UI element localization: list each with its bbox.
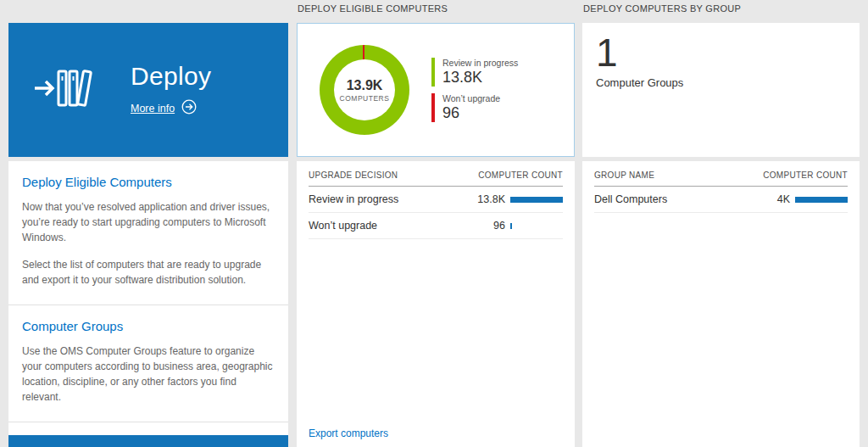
- legend-value: 13.8K: [442, 69, 518, 87]
- donut-center-value: 13.9K: [347, 78, 383, 93]
- column-header-computer-count: COMPUTER COUNT: [478, 170, 563, 180]
- deploy-solution-tile[interactable]: Deploy More info: [8, 23, 288, 157]
- computer-groups-count: 1: [596, 31, 846, 75]
- count-bar-track: [510, 197, 563, 203]
- legend-item-review-in-progress: Review in progress 13.8K: [431, 58, 518, 87]
- table-header: UPGRADE DECISION COMPUTER COUNT: [309, 161, 563, 187]
- legend-label: Review in progress: [442, 58, 518, 68]
- eligible-computers-donut-tile[interactable]: 13.9K COMPUTERS Review in progress 13.8K…: [297, 23, 575, 157]
- count-bar-track: [795, 197, 848, 203]
- more-info-link[interactable]: More info: [131, 103, 175, 115]
- deploy-eligible-computers-column: DEPLOY ELIGIBLE COMPUTERS 13.9K COMPUTER…: [297, 0, 575, 447]
- computer-groups-count-label: Computer Groups: [596, 76, 846, 89]
- upgrade-decision-table-panel: UPGRADE DECISION COMPUTER COUNT Review i…: [297, 161, 575, 447]
- description-text: Now that you’ve resolved application and…: [22, 199, 275, 245]
- donut-center: 13.9K COMPUTERS: [334, 59, 395, 120]
- row-label: Won’t upgrade: [309, 220, 461, 232]
- column-header-computer-count: COMPUTER COUNT: [763, 170, 848, 180]
- deploy-eligible-computers-section: Deploy Eligible Computers Now that you’v…: [8, 161, 288, 305]
- row-value: 13.8K: [461, 193, 505, 205]
- group-table-panel: GROUP NAME COMPUTER COUNT Dell Computers…: [582, 161, 860, 447]
- arrow-circle-icon[interactable]: [181, 99, 197, 118]
- table-header: GROUP NAME COMPUTER COUNT: [594, 161, 848, 187]
- section-divider: [8, 422, 288, 422]
- row-label: Review in progress: [309, 193, 461, 205]
- column-header-upgrade-decision: UPGRADE DECISION: [309, 170, 398, 180]
- donut-center-label: COMPUTERS: [340, 94, 390, 103]
- count-bar-track: [510, 223, 563, 229]
- computer-groups-section: Computer Groups Use the OMS Computer Gro…: [8, 305, 288, 422]
- legend-value: 96: [442, 104, 518, 122]
- deploy-tile-title: Deploy: [131, 62, 211, 91]
- deploy-description-panel: Deploy Eligible Computers Now that you’v…: [8, 161, 288, 435]
- right-column-header: DEPLOY COMPUTERS BY GROUP: [583, 3, 741, 14]
- tile-footer-bar: [8, 435, 288, 447]
- count-bar: [510, 197, 563, 203]
- deploy-computers-by-group-column: DEPLOY COMPUTERS BY GROUP 1 Computer Gro…: [582, 0, 860, 447]
- description-text: Use the OMS Computer Groups feature to o…: [22, 344, 275, 405]
- deploy-solution-column: Deploy More info Deploy Eligible Compute…: [8, 0, 288, 447]
- row-value: 96: [461, 220, 505, 232]
- section-heading-deploy-eligible: Deploy Eligible Computers: [22, 175, 275, 189]
- legend-label: Won’t upgrade: [442, 93, 518, 103]
- donut-legend: Review in progress 13.8K Won’t upgrade 9…: [431, 51, 518, 129]
- section-heading-computer-groups: Computer Groups: [22, 319, 275, 333]
- legend-item-wont-upgrade: Won’t upgrade 96: [431, 93, 518, 122]
- description-text: Select the list of computers that are re…: [22, 257, 275, 288]
- table-row[interactable]: Won’t upgrade 96: [309, 213, 563, 239]
- column-header-group-name: GROUP NAME: [594, 170, 654, 180]
- computer-groups-count-tile[interactable]: 1 Computer Groups: [582, 23, 860, 157]
- export-computers-link[interactable]: Export computers: [309, 427, 388, 439]
- deploy-books-icon: [32, 65, 93, 115]
- table-row[interactable]: Dell Computers 4K: [594, 187, 848, 213]
- computers-donut-chart: 13.9K COMPUTERS: [320, 45, 409, 135]
- count-bar: [510, 223, 512, 229]
- row-label: Dell Computers: [594, 193, 746, 205]
- row-value: 4K: [746, 193, 790, 205]
- count-bar: [795, 197, 848, 203]
- table-row[interactable]: Review in progress 13.8K: [309, 187, 563, 213]
- middle-column-header: DEPLOY ELIGIBLE COMPUTERS: [298, 3, 448, 14]
